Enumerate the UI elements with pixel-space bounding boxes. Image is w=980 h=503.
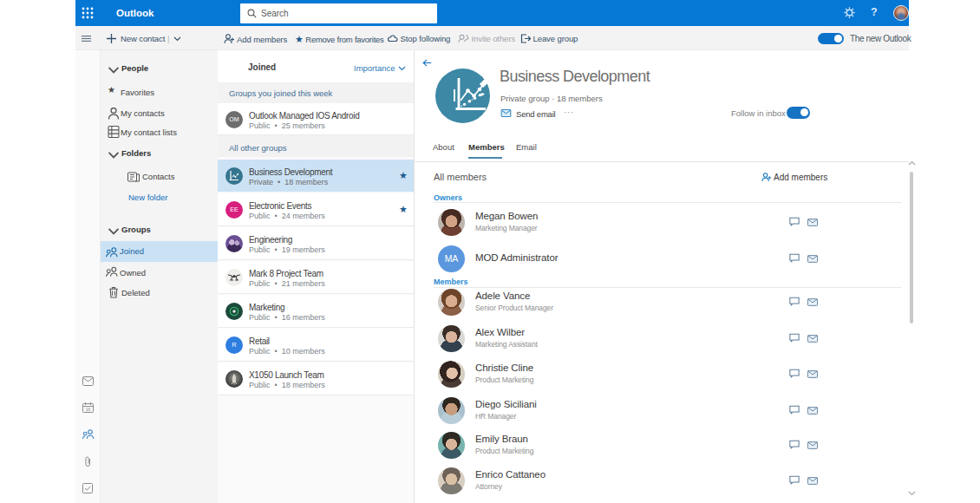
svg-text:16: 16 xyxy=(86,407,91,412)
